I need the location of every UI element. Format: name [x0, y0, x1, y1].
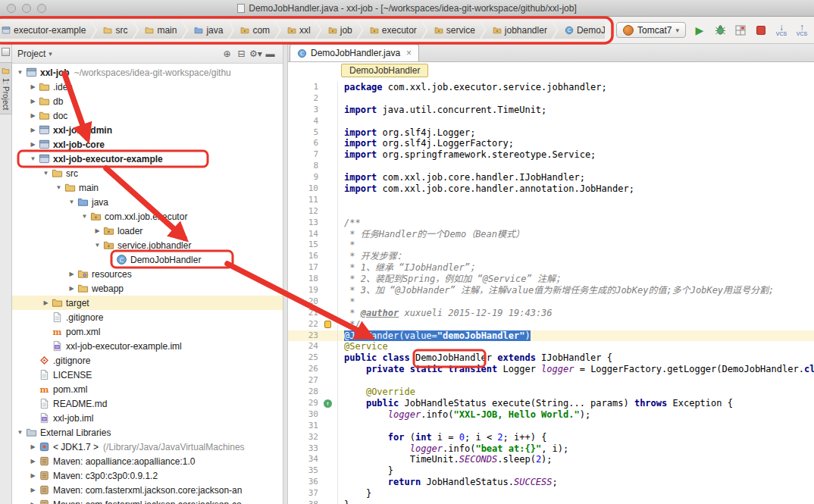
code-line-32[interactable]: 32 for (int i = 0; i < 2; i++) { [288, 432, 814, 443]
tool-windows-icon[interactable] [2, 48, 10, 56]
nav-item-src[interactable]: src [92, 21, 137, 39]
line-number[interactable]: 31 [288, 421, 318, 432]
gutter[interactable] [318, 251, 338, 262]
code-line-33[interactable]: 33 logger.info("beat at:{}", i); [288, 443, 814, 455]
nav-item-executor[interactable]: executor [358, 21, 427, 39]
gutter[interactable] [318, 296, 338, 308]
gutter[interactable] [318, 105, 338, 116]
code-line-26[interactable]: 26 private static transient Logger logge… [288, 364, 814, 375]
chevron-right-icon[interactable]: ▶ [28, 458, 38, 465]
line-number[interactable]: 24 [288, 341, 318, 352]
nav-item-java[interactable]: java [183, 21, 233, 39]
gutter[interactable] [318, 218, 338, 229]
tree-item-db[interactable]: ▶db [12, 94, 283, 108]
tree-item-xxl-job[interactable]: ▼xxl-job~/workspaces/idea-git-workspace/… [12, 65, 283, 80]
line-number[interactable]: 23 [288, 330, 318, 342]
tree-item-xxl-job-executor-example-iml[interactable]: xxl-job-executor-example.iml [12, 339, 283, 353]
code-line-17[interactable]: 17 * 1、继承 “IJobHandler”； [288, 262, 814, 274]
line-number[interactable]: 26 [288, 364, 318, 375]
gutter[interactable] [318, 138, 338, 149]
close-icon[interactable]: × [406, 48, 412, 58]
line-number[interactable]: 14 [288, 229, 318, 240]
chevron-right-icon[interactable]: ▶ [28, 141, 38, 148]
code-line-16[interactable]: 16 * 开发步骤： [288, 251, 814, 262]
chevron-down-icon[interactable]: ▼ [28, 155, 38, 162]
gutter[interactable] [318, 443, 338, 455]
chevron-down-icon[interactable]: ▼ [15, 69, 25, 76]
code-line-22[interactable]: 22 */ [288, 319, 814, 330]
run-configuration-select[interactable]: Tomcat7 ▾ [616, 22, 686, 38]
gutter[interactable]: ↑ [318, 398, 338, 409]
chevron-down-icon[interactable]: ▼ [92, 242, 102, 249]
line-number[interactable]: 36 [288, 477, 318, 488]
gutter[interactable] [318, 93, 338, 105]
tree-item-loader[interactable]: ▶loader [12, 224, 283, 238]
gutter[interactable] [318, 172, 338, 183]
line-number[interactable]: 5 [288, 127, 318, 139]
chevron-down-icon[interactable]: ▼ [41, 170, 51, 177]
line-number[interactable]: 34 [288, 454, 318, 465]
code-line-23[interactable]: 23@JobHander(value="demoJobHandler") [288, 330, 814, 342]
vcs-commit-button[interactable]: ↑VCS [794, 22, 809, 38]
nav-item-com[interactable]: com [229, 21, 280, 39]
chevron-right-icon[interactable]: ▶ [28, 487, 38, 493]
gutter[interactable] [318, 421, 338, 432]
code-line-27[interactable]: 27 [288, 375, 814, 387]
nav-item-main[interactable]: main [133, 21, 186, 39]
chevron-down-icon[interactable]: ▾ [49, 50, 52, 58]
code-line-37[interactable]: 37 } [288, 488, 814, 499]
gutter[interactable] [318, 308, 338, 319]
settings-icon[interactable]: ⚙▾ [249, 49, 263, 59]
locate-icon[interactable]: ⊕ [220, 49, 234, 59]
chevron-right-icon[interactable]: ▶ [28, 443, 38, 450]
line-number[interactable]: 35 [288, 465, 318, 477]
code-line-31[interactable]: 31 [288, 421, 814, 432]
line-number[interactable]: 15 [288, 239, 318, 251]
gutter[interactable] [318, 375, 338, 387]
gutter[interactable] [318, 364, 338, 375]
chevron-right-icon[interactable]: ▶ [28, 472, 38, 479]
gutter[interactable] [318, 195, 338, 206]
code-line-13[interactable]: 13/** [288, 218, 814, 229]
nav-item-job[interactable]: job [317, 21, 362, 39]
nav-item-jobhandler[interactable]: jobhandler [481, 21, 557, 39]
code-line-20[interactable]: 20 * [288, 296, 814, 308]
line-number[interactable]: 16 [288, 251, 318, 262]
window-close-button[interactable] [7, 4, 16, 13]
gutter[interactable] [318, 330, 338, 342]
code-line-30[interactable]: 30 logger.info("XXL-JOB, Hello World."); [288, 409, 814, 421]
line-number[interactable]: 21 [288, 308, 318, 319]
tree-item-demojobhandler[interactable]: CDemoJobHandler [12, 252, 283, 267]
code-line-14[interactable]: 14 * 任务Handler的一个Demo（Bean模式） [288, 229, 814, 240]
code-line-34[interactable]: 34 TimeUnit.SECONDS.sleep(2); [288, 454, 814, 465]
tree-item-maven-com-fasterxml-jackson-core-jackson-an[interactable]: ▶Maven: com.fasterxml.jackson.core:jacks… [12, 483, 283, 497]
tree-item-xxl-job-executor-example[interactable]: ▼xxl-job-executor-example [12, 152, 283, 166]
window-minimize-button[interactable] [22, 4, 31, 13]
tree-item-xxl-job-iml[interactable]: xxl-job.iml [12, 411, 283, 425]
tree-item-com-xxl-job-executor[interactable]: ▼com.xxl.job.executor [12, 209, 283, 224]
chevron-right-icon[interactable]: ▶ [41, 299, 51, 306]
gutter[interactable] [318, 206, 338, 218]
line-number[interactable]: 32 [288, 432, 318, 443]
tree-item-gitignore[interactable]: .gitignore [12, 310, 283, 324]
tree-item-xxl-job-core[interactable]: ▶xxl-job-core [12, 137, 283, 152]
tree-item-target[interactable]: ▶target [12, 296, 283, 310]
code-line-24[interactable]: 24@Service [288, 341, 814, 352]
chevron-right-icon[interactable]: ▶ [28, 501, 38, 504]
run-button[interactable]: ▶ [692, 22, 707, 38]
line-number[interactable]: 19 [288, 285, 318, 296]
tree-item-webapp[interactable]: ▶webapp [12, 281, 283, 296]
nav-item-service[interactable]: service [423, 21, 485, 39]
line-number[interactable]: 7 [288, 149, 318, 161]
gutter[interactable] [318, 149, 338, 161]
gutter[interactable] [318, 127, 338, 139]
hide-icon[interactable]: ▬ [263, 49, 277, 59]
gutter[interactable] [318, 454, 338, 465]
nav-item-xxl[interactable]: xxl [276, 21, 321, 39]
debug-button[interactable] [712, 22, 728, 38]
tree-item-external-libraries[interactable]: ▼External Libraries [12, 425, 283, 440]
code-editor[interactable]: 1package com.xxl.job.executor.service.jo… [288, 79, 814, 504]
chevron-right-icon[interactable]: ▶ [28, 127, 38, 133]
line-number[interactable]: 38 [288, 499, 318, 504]
window-zoom-button[interactable] [37, 4, 46, 13]
